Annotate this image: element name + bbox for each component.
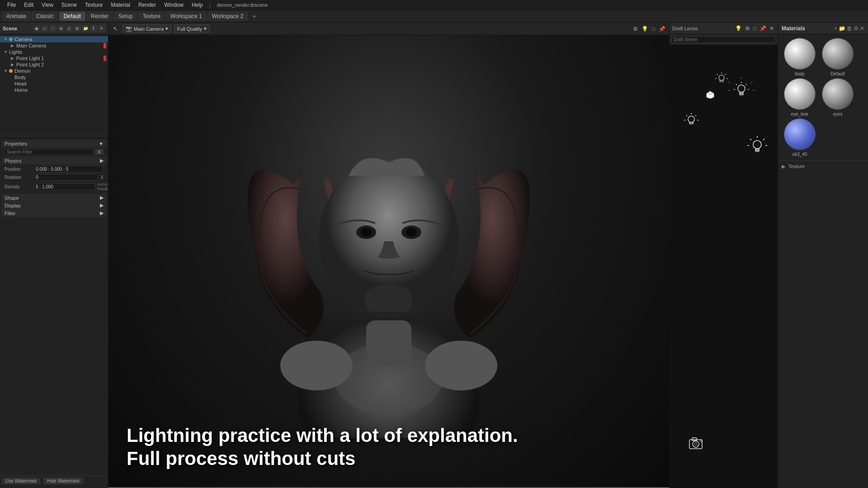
scene-tool-4[interactable]: ⊕ [57, 25, 65, 32]
draft-scene-view[interactable] [670, 45, 778, 488]
prop-rotation-btn[interactable]: X [100, 175, 104, 180]
filter-input[interactable] [5, 149, 94, 155]
menu-material[interactable]: Material [107, 1, 134, 9]
mat-item-eyes[interactable]: eyes [820, 78, 856, 117]
mat-close-btn[interactable]: ✕ [860, 25, 864, 32]
texture-label[interactable]: ▶ Texture [782, 164, 864, 169]
quality-dropdown[interactable]: Full Quality ▾ [174, 24, 210, 33]
camera-dropdown[interactable]: 📷 Main Camera ▾ [123, 24, 171, 33]
vp-light-btn[interactable]: 💡 [641, 25, 649, 33]
tree-item-head[interactable]: Head [0, 80, 108, 87]
scene-tool-5[interactable]: ⊙ [66, 25, 73, 32]
shape-expand: ▶ [100, 195, 104, 201]
tree-item-light1[interactable]: ▶ Point Light 1 [0, 55, 108, 61]
menu-file[interactable]: File [4, 1, 19, 9]
filter-header[interactable]: Filter ▶ [2, 209, 106, 217]
prop-density-value[interactable] [33, 183, 95, 190]
draft-light-3[interactable] [746, 136, 769, 160]
draft-object-cube[interactable] [706, 90, 715, 101]
properties-header[interactable]: Properties ▼ [2, 140, 106, 147]
draft-search[interactable] [671, 36, 776, 43]
scene-tool-6[interactable]: ⊞ [74, 25, 81, 32]
workspace-render[interactable]: Render [86, 12, 113, 21]
hide-watermark-btn[interactable]: Hide Watermark [43, 478, 83, 484]
menu-edit[interactable]: Edit [20, 1, 37, 9]
tree-label-main-camera: Main Camera [16, 43, 46, 48]
draft-light-2[interactable] [683, 113, 699, 131]
filter-clear-btn[interactable]: X [95, 149, 104, 155]
tree-expand-light1: ▶ [11, 56, 15, 61]
workspace-default[interactable]: Default [59, 12, 85, 21]
quality-dropdown-label: Full Quality [177, 26, 202, 32]
scene-tool-9[interactable]: ✕ [98, 25, 105, 32]
tree-item-demon[interactable]: ▼ Demon [0, 68, 108, 74]
draft-maximize-btn[interactable]: □ [752, 24, 757, 33]
tree-item-horns[interactable]: Horns [0, 87, 108, 93]
prop-rotation-value[interactable] [33, 174, 98, 181]
scene-tool-8[interactable]: ↧ [90, 25, 97, 32]
mat-sphere-eye-tear [784, 78, 816, 110]
tree-expand-light2: ▶ [11, 62, 15, 67]
menu-help[interactable]: Help [188, 1, 207, 9]
workspace-setup[interactable]: Setup [114, 12, 137, 21]
mat-delete-btn[interactable]: 🗑 [847, 25, 852, 32]
draft-toolbar-row [670, 34, 778, 45]
prop-position-value[interactable] [33, 166, 104, 173]
display-header[interactable]: Display ▶ [2, 202, 106, 209]
vp-tool-cursor[interactable]: ↖ [111, 24, 120, 33]
draft-pin-btn[interactable]: 📌 [759, 24, 767, 33]
draft-close-btn[interactable]: ✕ [769, 24, 775, 33]
scene-tool-2[interactable]: ▷ [41, 25, 48, 32]
scene-tool-3[interactable]: □ [49, 25, 57, 32]
mat-label-eye-tear: eye_tear [782, 112, 818, 117]
menu-view[interactable]: View [38, 1, 57, 9]
menu-render[interactable]: Render [135, 1, 160, 9]
tree-item-camera-group[interactable]: ▼ Camera [0, 36, 108, 42]
mat-sphere-default [822, 38, 854, 70]
horn-right-outer [454, 167, 530, 338]
mat-add-btn[interactable]: + [834, 25, 837, 32]
viewport-canvas[interactable]: Lightning practice with a lot of explana… [108, 35, 669, 488]
draft-header: Draft Lense 💡 ⚙ □ 📌 ✕ [670, 23, 778, 34]
workspace-1[interactable]: Workspace 1 [166, 12, 207, 21]
menu-texture[interactable]: Texture [81, 1, 106, 9]
workspace-classic[interactable]: Classic [32, 12, 58, 21]
workspace-add-button[interactable]: + [249, 11, 259, 21]
mat-item-body[interactable]: body [782, 38, 818, 76]
prop-rotation: Rotation X [5, 174, 104, 181]
tree-item-main-camera[interactable]: ▶ Main Camera [0, 42, 108, 49]
vp-pin-btn[interactable]: 📌 [658, 25, 666, 33]
workspace-2[interactable]: Workspace 2 [208, 12, 248, 21]
menu-scene[interactable]: Scene [58, 1, 80, 9]
draft-camera-icon[interactable] [688, 436, 707, 452]
mat-label-eyes: eyes [820, 112, 856, 117]
svg-line-2 [746, 84, 747, 85]
use-watermark-btn[interactable]: Use Watermark [2, 478, 40, 484]
mat-settings-btn[interactable]: ⚙ [854, 25, 859, 32]
tree-item-lights[interactable]: ▼ Lights [0, 49, 108, 55]
menu-window[interactable]: Window [160, 1, 187, 9]
workspace-animate[interactable]: Animate [2, 12, 31, 21]
svg-point-33 [694, 443, 697, 446]
mat-item-default[interactable]: Default [820, 38, 856, 76]
shape-header[interactable]: Shape ▶ [2, 194, 106, 202]
draft-light-btn[interactable]: 💡 [734, 24, 743, 33]
scene-tool-1[interactable]: ◉ [33, 25, 40, 32]
tree-item-light2[interactable]: ▶ Point Light 2 [0, 61, 108, 68]
physics-header[interactable]: Physics ▶ [2, 157, 106, 164]
mat-toolbar: + 📁 🗑 ⚙ ✕ [834, 25, 864, 32]
mat-item-ok3[interactable]: ok3_40 [782, 118, 818, 157]
mat-item-eye-tear[interactable]: eye_tear [782, 78, 818, 117]
draft-light-4[interactable] [715, 72, 728, 87]
scene-tree: ▼ Camera ▶ Main Camera ▼ Lights ▶ Point … [0, 34, 108, 134]
mat-label-ok3: ok3_40 [782, 152, 818, 157]
mat-folder-btn[interactable]: 📁 [839, 25, 845, 32]
scene-tool-7[interactable]: 📁 [82, 25, 89, 32]
vp-maximize-btn[interactable]: □ [651, 25, 656, 33]
draft-light-1[interactable] [732, 81, 750, 101]
vp-settings-btn[interactable]: ⚙ [632, 25, 639, 33]
workspace-texture[interactable]: Texture [138, 12, 165, 21]
draft-settings-btn[interactable]: ⚙ [744, 24, 751, 33]
vp-toolbar-right: ⚙ 💡 □ 📌 [632, 25, 666, 33]
tree-item-body[interactable]: Body [0, 74, 108, 80]
